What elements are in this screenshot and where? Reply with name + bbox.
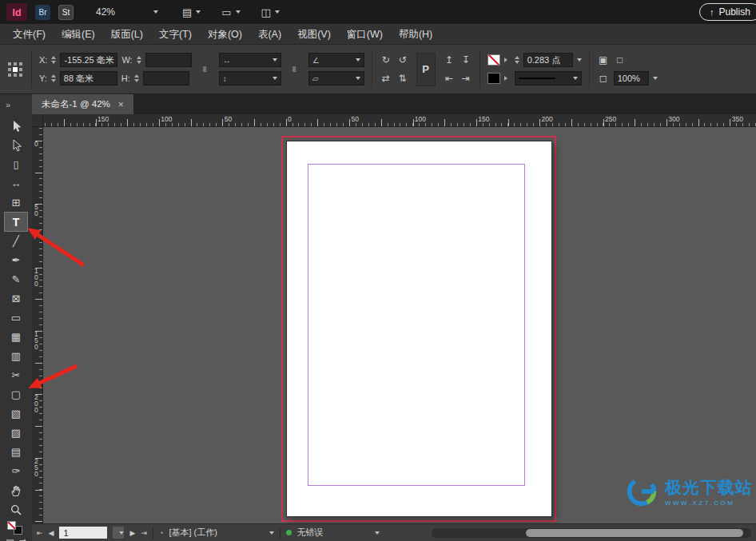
- publish-button[interactable]: ↑ Publish: [699, 3, 756, 21]
- scale-y-combo[interactable]: ↕: [219, 71, 281, 86]
- page-number-field[interactable]: 1: [59, 527, 107, 539]
- tab-close-icon[interactable]: ×: [118, 99, 124, 110]
- grid-align-top-icon[interactable]: ↥: [443, 54, 456, 66]
- preflight-dropdown-icon[interactable]: [269, 531, 274, 535]
- type-tool[interactable]: T: [5, 213, 27, 231]
- rectangle-tool[interactable]: ▭: [5, 308, 27, 327]
- gap-tool[interactable]: ↔: [5, 174, 27, 193]
- effects-icon[interactable]: ▣: [597, 54, 610, 66]
- menu-item[interactable]: 文字(T): [151, 24, 200, 45]
- h-stepper[interactable]: [134, 74, 139, 82]
- stroke-weight-stepper[interactable]: [515, 56, 519, 64]
- pencil-tool[interactable]: ✎: [5, 270, 27, 288]
- stroke-weight-field[interactable]: 0.283 点: [523, 53, 573, 67]
- content-collector-tool[interactable]: ⊞: [5, 193, 27, 212]
- rotate-cw-icon[interactable]: ↻: [380, 54, 392, 66]
- menu-item[interactable]: 窗口(W): [339, 24, 391, 45]
- gradient-swatch-tool[interactable]: ▧: [5, 404, 27, 423]
- document-tab[interactable]: 未命名-1 @ 42% ×: [32, 94, 133, 114]
- hand-tool[interactable]: [5, 481, 27, 499]
- stock-button[interactable]: St: [58, 5, 74, 20]
- bridge-button[interactable]: Br: [35, 5, 50, 20]
- fill-stroke-swatches[interactable]: [6, 521, 26, 535]
- h-field[interactable]: [143, 71, 189, 86]
- opacity-field[interactable]: 100%: [614, 71, 649, 86]
- preflight-status-dropdown-icon[interactable]: [375, 531, 380, 535]
- horizontal-ruler[interactable]: 15010050050100150200250300350: [43, 114, 756, 127]
- grid-align-left-icon[interactable]: ⇤: [443, 72, 456, 85]
- drop-shadow-icon[interactable]: □: [614, 54, 627, 66]
- arrange-documents-dropdown[interactable]: ◫: [261, 6, 280, 18]
- direct-selection-tool[interactable]: [5, 136, 27, 154]
- ruler-origin-corner[interactable]: [32, 114, 43, 127]
- menu-item[interactable]: 文件(F): [5, 24, 54, 45]
- grid-align-right-icon[interactable]: ⇥: [460, 72, 472, 85]
- panel-collapse-button[interactable]: »: [0, 94, 32, 114]
- free-transform-tool[interactable]: ▢: [5, 385, 27, 404]
- zoom-tool[interactable]: [5, 500, 27, 519]
- rotate-ccw-icon[interactable]: ↺: [396, 54, 409, 66]
- swap-fill-stroke-icon[interactable]: ⇄: [19, 537, 26, 541]
- shear-angle-combo[interactable]: ▱: [308, 71, 364, 86]
- scale-x-combo[interactable]: ↔: [219, 53, 281, 67]
- flip-vertical-icon[interactable]: ⇅: [396, 72, 409, 85]
- menu-item[interactable]: 版面(L): [103, 24, 151, 45]
- next-page-button[interactable]: ▶: [129, 529, 135, 537]
- prev-page-button[interactable]: ◀: [49, 529, 54, 537]
- vertical-grid-tool[interactable]: ▥: [5, 347, 27, 365]
- menu-item[interactable]: 帮助(H): [391, 24, 440, 45]
- menu-item[interactable]: 表(A): [250, 24, 289, 45]
- w-stepper[interactable]: [137, 56, 141, 64]
- paragraph-direction-button[interactable]: P: [416, 53, 436, 86]
- first-page-button[interactable]: ⇤: [37, 529, 43, 537]
- menu-item[interactable]: 编辑(E): [54, 24, 103, 45]
- last-page-button[interactable]: ⇥: [141, 529, 147, 537]
- v-ruler-label: 1 0 0: [34, 268, 38, 287]
- scrollbar-thumb[interactable]: [526, 529, 743, 537]
- stroke-swatch[interactable]: [487, 73, 500, 84]
- opacity-dropdown-icon[interactable]: [653, 77, 658, 80]
- pasteboard[interactable]: 05 01 0 01 5 02 0 02 5 0: [32, 127, 756, 523]
- selection-tool[interactable]: [5, 117, 27, 135]
- note-tool[interactable]: ▤: [5, 443, 27, 461]
- w-field[interactable]: [145, 53, 192, 67]
- grid-align-bottom-icon[interactable]: ↧: [460, 54, 472, 66]
- stroke-weight-dropdown-icon[interactable]: [577, 58, 582, 62]
- fill-proxy-swatch[interactable]: [7, 521, 16, 530]
- fill-expand-icon[interactable]: [504, 58, 507, 62]
- preflight-profile[interactable]: [基本] (工作): [169, 527, 217, 539]
- fill-swatch[interactable]: [487, 54, 500, 66]
- page-number-dropdown[interactable]: [113, 527, 124, 539]
- x-field[interactable]: -155.25 毫米: [60, 53, 117, 67]
- y-stepper[interactable]: [51, 74, 56, 82]
- screen-mode-dropdown[interactable]: ▭: [221, 6, 240, 18]
- reference-point-proxy[interactable]: [6, 61, 24, 78]
- rotation-angle-combo[interactable]: ∠: [308, 53, 364, 67]
- line-tool[interactable]: ╱: [5, 232, 27, 250]
- stroke-expand-icon[interactable]: [504, 76, 507, 81]
- rectangle-frame-tool[interactable]: ⊠: [5, 289, 27, 308]
- constrain-scale-icon[interactable]: ∞: [288, 52, 301, 87]
- color-theme-tool[interactable]: ✑: [5, 462, 27, 480]
- view-options-icon: ▤: [182, 6, 192, 18]
- pen-tool[interactable]: ✒: [5, 251, 27, 269]
- scissors-tool[interactable]: ✂: [5, 366, 27, 384]
- constrain-dimensions-icon[interactable]: ∞: [199, 52, 212, 87]
- view-mode-icon[interactable]: ▤: [6, 537, 14, 541]
- menu-item[interactable]: 视图(V): [289, 24, 339, 45]
- watermark-logo-icon: [623, 473, 660, 510]
- horizontal-grid-tool[interactable]: ▦: [5, 328, 27, 346]
- stroke-style-combo[interactable]: [515, 71, 582, 86]
- scale-y-icon: ↕: [223, 74, 227, 83]
- menu-item[interactable]: 对象(O): [200, 24, 250, 45]
- page-tool[interactable]: ▯: [5, 155, 27, 173]
- x-stepper[interactable]: [51, 56, 56, 64]
- gradient-feather-tool[interactable]: ▨: [5, 424, 27, 442]
- vertical-ruler[interactable]: 05 01 0 01 5 02 0 02 5 0: [32, 127, 43, 523]
- preflight-clock-icon[interactable]: ◔: [159, 529, 163, 537]
- zoom-level-dropdown[interactable]: 42%: [93, 5, 161, 19]
- y-field[interactable]: 88 毫米: [60, 71, 117, 86]
- flip-horizontal-icon[interactable]: ⇄: [380, 72, 392, 85]
- horizontal-scrollbar[interactable]: [432, 528, 751, 538]
- view-options-dropdown[interactable]: ▤: [182, 6, 201, 18]
